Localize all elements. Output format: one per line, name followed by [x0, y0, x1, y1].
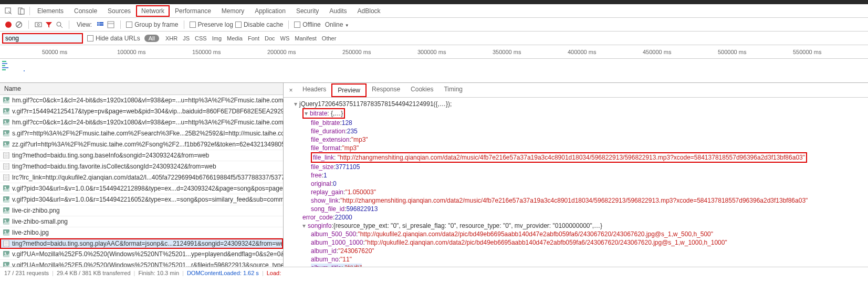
timeline-ruler[interactable]: 50000 ms100000 ms150000 ms200000 ms25000… — [0, 45, 868, 59]
tab-adblock[interactable]: AdBlock — [352, 5, 386, 17]
tab-application[interactable]: Application — [249, 5, 291, 17]
doc-file-icon — [3, 240, 9, 247]
tab-security[interactable]: Security — [291, 5, 324, 17]
request-row[interactable]: ting?method=baidu.ting.song.baseInfo&son… — [0, 150, 283, 161]
record-button[interactable] — [4, 20, 13, 29]
request-name: ting?method=baidu.ting.song.baseInfo&son… — [12, 152, 209, 159]
detail-tab-preview[interactable]: Preview — [331, 83, 367, 97]
request-row[interactable]: live-cir-zhibo.png — [0, 205, 283, 216]
tab-memory[interactable]: Memory — [216, 5, 249, 17]
request-name: zz.gif?url=http%3A%2F%2Fmusic.taihe.com%… — [12, 141, 283, 148]
request-row[interactable]: v.gif?pid=304&url=&v=1.0.0&r=15449422128… — [0, 183, 283, 194]
detail-tab-headers[interactable]: Headers — [297, 83, 331, 97]
request-name: v.gif?pid=304&url=&v=1.0.0&r=15449422128… — [12, 185, 283, 192]
disable-cache-checkbox[interactable]: Disable cache — [235, 21, 283, 28]
offline-checkbox[interactable]: Offline — [294, 21, 320, 28]
detail-tabs: × HeadersPreviewResponseCookiesTiming — [284, 83, 868, 98]
filter-icon[interactable] — [45, 20, 53, 29]
request-name: s.gif?r=http%3A%2F%2Fmusic.taihe.com%2Fs… — [12, 130, 283, 137]
svg-point-52 — [5, 253, 6, 254]
timeline-tick: 500000 ms — [718, 49, 746, 55]
request-row[interactable]: live-zhibo-small.png — [0, 216, 283, 227]
filter-type-other[interactable]: Other — [320, 34, 339, 43]
throttle-select[interactable]: Online ▼ — [325, 21, 349, 28]
filter-bar: Hide data URLs All XHRJSCSSImgMediaFontD… — [0, 32, 868, 45]
inspect-icon[interactable] — [3, 6, 14, 16]
request-row[interactable]: lrc?lrc_link=http://qukufile2.qianqian.c… — [0, 172, 283, 183]
timeline-tick: 100000 ms — [117, 49, 145, 55]
svg-rect-11 — [97, 24, 99, 26]
status-requests: 17 / 231 requests — [4, 270, 49, 276]
img-file-icon — [3, 119, 9, 125]
close-icon[interactable]: × — [286, 87, 296, 94]
svg-point-24 — [5, 143, 6, 144]
detail-tab-cookies[interactable]: Cookies — [405, 83, 438, 97]
tab-audits[interactable]: Audits — [324, 5, 352, 17]
svg-point-40 — [5, 198, 6, 200]
filter-type-img[interactable]: Img — [210, 34, 224, 43]
request-detail-pane: × HeadersPreviewResponseCookiesTiming ▾j… — [284, 83, 868, 267]
filter-all-pill[interactable]: All — [144, 35, 159, 42]
img-file-icon — [3, 141, 9, 148]
img-file-icon — [3, 108, 9, 114]
img-file-icon — [3, 262, 9, 267]
filter-type-ws[interactable]: WS — [278, 34, 292, 43]
request-row[interactable]: v.gif?UA=Mozilla%252F5.0%2520(Windows%25… — [0, 249, 283, 260]
svg-point-46 — [5, 231, 6, 233]
tab-performance[interactable]: Performance — [170, 5, 216, 17]
filter-type-doc[interactable]: Doc — [263, 34, 277, 43]
svg-rect-2 — [20, 9, 24, 14]
tab-console[interactable]: Console — [69, 5, 102, 17]
search-icon[interactable] — [55, 20, 64, 29]
tab-elements[interactable]: Elements — [32, 5, 69, 17]
filter-type-font[interactable]: Font — [246, 34, 262, 43]
timeline-tick: 550000 ms — [793, 49, 821, 55]
img-file-icon — [3, 185, 9, 192]
filter-type-manifest[interactable]: Manifest — [292, 34, 319, 43]
timeline-tick: 250000 ms — [342, 49, 371, 55]
svg-point-54 — [5, 264, 6, 265]
request-name: v.gif?UA=Mozilla%252F5.0%2520(Windows%25… — [12, 250, 283, 258]
svg-point-7 — [57, 22, 61, 26]
overview-icon[interactable] — [107, 20, 115, 29]
detail-tab-timing[interactable]: Timing — [438, 83, 468, 97]
timeline-tick: 150000 ms — [192, 49, 221, 55]
devtools-tab-bar: ElementsConsoleSourcesNetworkPerformance… — [0, 4, 868, 18]
request-row[interactable]: s.gif?r=http%3A%2F%2Fmusic.taihe.com%2Fs… — [0, 128, 283, 139]
request-row[interactable]: zz.gif?url=http%3A%2F%2Fmusic.taihe.com%… — [0, 139, 283, 150]
tab-network[interactable]: Network — [136, 5, 170, 17]
hide-data-urls-checkbox[interactable]: Hide data URLs — [87, 35, 140, 42]
filter-type-media[interactable]: Media — [225, 34, 245, 43]
detail-tab-response[interactable]: Response — [367, 83, 405, 97]
preview-body[interactable]: ▾jQuery172064537511787835781544942124991… — [284, 98, 868, 267]
request-row[interactable]: ting?method=baidu.ting.song.playAAC&form… — [0, 238, 283, 249]
img-file-icon — [3, 218, 9, 225]
waterfall-overview[interactable] — [0, 59, 868, 83]
timeline-tick: 400000 ms — [568, 49, 596, 55]
name-column-header[interactable]: Name — [0, 83, 283, 95]
doc-file-icon — [3, 152, 9, 159]
timeline-tick: 350000 ms — [493, 49, 521, 55]
filter-type-css[interactable]: CSS — [193, 34, 209, 43]
group-by-frame-checkbox[interactable]: Group by frame — [126, 21, 178, 28]
capture-screenshot-icon[interactable] — [34, 20, 43, 29]
request-row[interactable]: ting?method=baidu.ting.favorite.isCollec… — [0, 161, 283, 172]
request-row[interactable]: v.gif?UA=Mozilla%252F5.0%2520(Windows%25… — [0, 260, 283, 267]
svg-rect-10 — [99, 22, 103, 24]
request-row[interactable]: v.gif?pid=304&url=&v=1.0.0&r=15449422160… — [0, 194, 283, 205]
filter-type-xhr[interactable]: XHR — [163, 34, 180, 43]
request-name: ting?method=baidu.ting.song.playAAC&form… — [12, 240, 283, 247]
tab-sources[interactable]: Sources — [102, 5, 136, 17]
filter-input[interactable] — [2, 33, 83, 44]
large-rows-icon[interactable] — [96, 20, 104, 29]
device-toggle-icon[interactable] — [16, 6, 26, 16]
preserve-log-checkbox[interactable]: Preserve log — [190, 21, 233, 28]
request-row[interactable]: hm.gif?cc=0&ck=1&cl=24-bit&ds=1920x1080&… — [0, 95, 283, 106]
filter-type-js[interactable]: JS — [181, 34, 192, 43]
request-row[interactable]: hm.gif?cc=0&ck=1&cl=24-bit&ds=1920x1080&… — [0, 117, 283, 128]
clear-button[interactable] — [15, 20, 23, 29]
timeline-tick: 50000 ms — [42, 49, 67, 55]
request-row[interactable]: v.gif?r=1544942125417&type=pv&page=web&p… — [0, 106, 283, 117]
request-name: v.gif?r=1544942125417&type=pv&page=web&p… — [12, 108, 283, 115]
request-row[interactable]: live-zhibo.jpg — [0, 227, 283, 238]
